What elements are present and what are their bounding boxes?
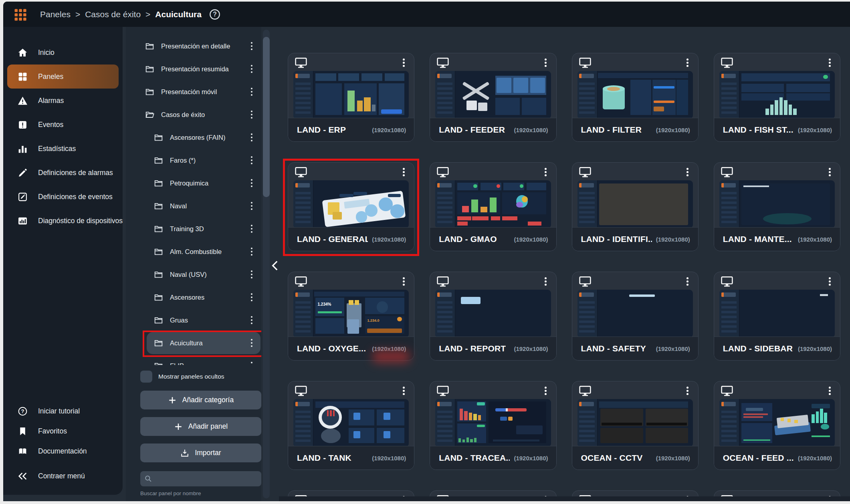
a-adir-panel-button[interactable]: Añadir panel (140, 417, 261, 436)
card-menu-button[interactable] (400, 167, 408, 178)
importar-button[interactable]: Importar (140, 444, 261, 462)
card-menu-button[interactable] (542, 57, 550, 69)
tree-item-petroquimica[interactable]: Petroquimica (126, 172, 261, 195)
panel-card[interactable]: LAND - SIDEBAR(1920x1080) (714, 272, 840, 361)
tree-item-presentaci-n-en-detalle[interactable]: Presentación en detalle (126, 35, 261, 58)
tree-item-ascensores[interactable]: Ascensores (126, 286, 261, 309)
sidebar-item-favoritos[interactable]: Favoritos (7, 421, 119, 441)
tree-item-label: Faros (*) (170, 157, 196, 164)
folder-icon (154, 339, 163, 348)
sidebar-item-estad-sticas[interactable]: Estadísticas (7, 137, 119, 161)
card-menu-button[interactable] (826, 57, 834, 69)
panel-card[interactable]: LAND - SAFETY(1920x1080) (572, 272, 699, 361)
panel-card[interactable]: LAND - REPORT(1920x1080) (430, 272, 556, 361)
breadcrumb-item[interactable]: Casos de éxito (85, 10, 141, 19)
tree-item-menu-button[interactable] (248, 270, 256, 280)
panel-card[interactable]: LAND - TANK(1920x1080) (288, 381, 414, 470)
card-menu-button[interactable] (684, 385, 692, 397)
thumb-block (786, 84, 830, 92)
tree-item-menu-button[interactable] (248, 64, 256, 75)
card-menu-button[interactable] (400, 385, 408, 397)
tree-item-menu-button[interactable] (248, 361, 256, 365)
tree-item-menu-button[interactable] (248, 133, 256, 143)
card-menu-button[interactable] (542, 385, 550, 397)
show-hidden-checkbox[interactable] (140, 371, 152, 383)
tree-item-menu-button[interactable] (248, 292, 256, 303)
top-bar: Paneles>Casos de éxito>Acuicultura ? (3, 2, 850, 27)
panel-card[interactable]: OCEAN - FEED ...(1920x1080) (714, 381, 840, 470)
tree-item-naval-usv-[interactable]: Naval (USV) (126, 263, 261, 286)
panel-card[interactable]: 1.234%1.234.0LAND - OXYGE...(1920x1080) (288, 272, 414, 361)
tree-item-menu-button[interactable] (248, 315, 256, 326)
tree-item-acuicultura[interactable]: Acuicultura (126, 332, 261, 355)
sidebar-item-documentaci-n[interactable]: Documentación (7, 441, 119, 461)
tree-item-menu-button[interactable] (248, 178, 256, 189)
breadcrumb-item[interactable]: Paneles (40, 10, 71, 19)
tree-item-casos-de-xito[interactable]: Casos de éxito (126, 103, 261, 126)
card-menu-button[interactable] (684, 57, 692, 69)
edit-event-icon (18, 192, 28, 202)
tree-item-presentaci-n-m-vil[interactable]: Presentación móvil (126, 81, 261, 103)
card-menu-button[interactable] (542, 167, 550, 178)
tree-item-flip[interactable]: FLIP (126, 355, 261, 365)
tree-item-presentaci-n-resumida[interactable]: Presentación resumida (126, 58, 261, 81)
card-menu-button[interactable] (684, 167, 692, 178)
sidebar-item-paneles[interactable]: Paneles (7, 65, 119, 89)
collapse-panel-icon[interactable] (270, 260, 281, 272)
sidebar-item-diagn-stico-de-dispositivos[interactable]: Diagnóstico de dispositivos (7, 209, 119, 233)
breadcrumb-item[interactable]: Acuicultura (155, 10, 202, 19)
panel-card[interactable]: LAND - MANTE...(1920x1080) (714, 162, 840, 251)
tree-item-menu-button[interactable] (248, 201, 256, 212)
card-menu-button[interactable] (826, 167, 834, 178)
tree-item-faros-[interactable]: Faros (*) (126, 149, 261, 172)
tree-item-menu-button[interactable] (248, 224, 256, 234)
panel-card[interactable]: LAND - ERP(1920x1080) (288, 53, 414, 142)
card-menu-button[interactable] (826, 385, 834, 397)
kebab-dots-icon (251, 42, 252, 44)
tree-item-menu-button[interactable] (248, 155, 256, 166)
search-input[interactable] (152, 476, 261, 482)
panel-card[interactable]: LAND - FEEDER(1920x1080) (430, 53, 556, 142)
card-menu-button[interactable] (684, 276, 692, 288)
tree-item-alm-combustible[interactable]: Alm. Combustible (126, 240, 261, 263)
sidebar-item-iniciar-tutorial[interactable]: ?Iniciar tutorial (7, 401, 119, 421)
tree-scrollbar-track[interactable] (263, 30, 270, 498)
panel-title: LAND - MANTE... (723, 234, 792, 244)
tree-scrollbar-thumb[interactable] (263, 37, 270, 197)
panel-card[interactable]: LAND - GENERAL(1920x1080) (288, 162, 414, 251)
help-icon[interactable]: ? (209, 8, 221, 20)
card-menu-button[interactable] (400, 57, 408, 69)
tree-item-menu-button[interactable] (248, 247, 256, 257)
card-menu-button[interactable] (826, 276, 834, 288)
sidebar-item-alarmas[interactable]: Alarmas (7, 89, 119, 113)
panel-card[interactable]: LAND - IDENTIFI...(1920x1080) (572, 162, 699, 251)
panel-card[interactable]: LAND - FILTER(1920x1080) (572, 53, 699, 142)
thumb-block (462, 439, 465, 442)
sidebar-item-definiciones-de-eventos[interactable]: Definiciones de eventos (7, 185, 119, 209)
panel-card[interactable]: LAND - TRACEA...(1920x1080) (430, 381, 556, 470)
tree-item-menu-button[interactable] (248, 87, 256, 97)
a-adir-categor-a-button[interactable]: Añadir categoría (140, 391, 261, 409)
panel-card[interactable]: LAND - FISH ST...(1920x1080) (714, 53, 840, 142)
tree-item-training-3d[interactable]: Training 3D (126, 218, 261, 240)
panel-card[interactable]: LAND - GMAO(1920x1080) (430, 162, 556, 251)
tree-item-gruas[interactable]: Gruas (126, 309, 261, 332)
sidebar-item-eventos[interactable]: Eventos (7, 113, 119, 137)
card-menu-button[interactable] (542, 276, 550, 288)
sidebar-item-inicio[interactable]: Inicio (7, 40, 119, 65)
apps-grid-icon[interactable] (13, 7, 27, 22)
tree-item-ascensores-fain-[interactable]: Ascensores (FAIN) (126, 126, 261, 149)
monitor-icon (436, 167, 449, 178)
panel-title: LAND - GMAO (439, 234, 497, 244)
tree-item-naval[interactable]: Naval (126, 195, 261, 218)
thumb-block (786, 93, 830, 101)
tree-item-menu-button[interactable] (248, 338, 256, 349)
show-hidden-panels-toggle[interactable]: Mostrar paneles ocultos (140, 371, 261, 383)
sidebar-item-label: Alarmas (38, 97, 64, 105)
sidebar-item-definiciones-de-alarmas[interactable]: Definiciones de alarmas (7, 161, 119, 185)
card-menu-button[interactable] (400, 276, 408, 288)
sidebar-item-contraer-men-[interactable]: Contraer menú (7, 466, 119, 486)
tree-item-menu-button[interactable] (248, 41, 256, 52)
tree-item-menu-button[interactable] (248, 110, 256, 120)
panel-card[interactable]: OCEAN - CCTV(1920x1080) (572, 381, 699, 470)
